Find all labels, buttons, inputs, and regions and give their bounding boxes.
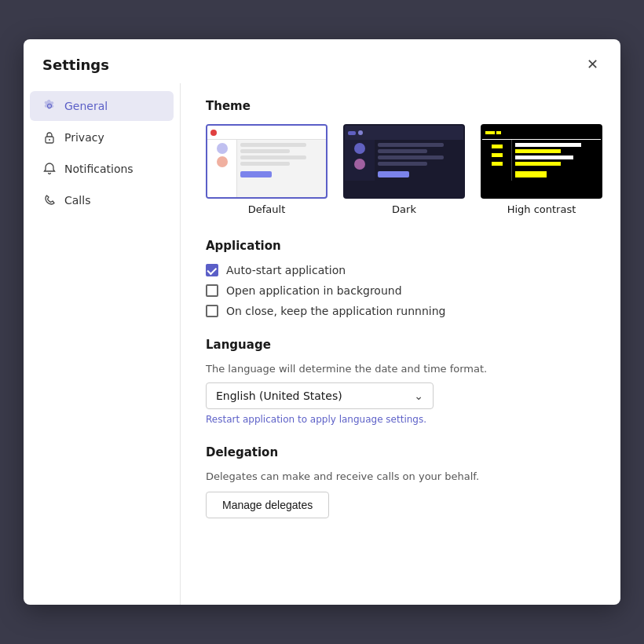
chevron-down-icon: ⌄ (414, 390, 423, 402)
main-content: Theme (181, 83, 620, 605)
dialog-header: Settings ✕ (24, 39, 620, 83)
checkbox-auto-start[interactable]: Auto-start application (206, 264, 595, 276)
theme-options: Default (206, 124, 595, 215)
delegation-section-title: Delegation (206, 445, 595, 459)
theme-label-dark: Dark (392, 203, 416, 215)
application-section: Application Auto-start application Open … (206, 239, 595, 317)
sidebar: General Privacy (24, 83, 181, 605)
dialog-title: Settings (42, 57, 109, 73)
language-restart-note: Restart application to apply language se… (206, 414, 595, 425)
theme-card-hc[interactable]: High contrast (481, 124, 602, 215)
sidebar-item-privacy[interactable]: Privacy (30, 123, 174, 152)
lock-icon (42, 130, 57, 145)
language-section: Language The language will determine the… (206, 338, 595, 425)
theme-label-default: Default (248, 203, 286, 215)
checkbox-keep-running-label: On close, keep the application runnning (226, 305, 445, 317)
checkbox-open-background-box[interactable] (206, 284, 218, 297)
language-selected-value: English (United States) (216, 390, 342, 402)
sidebar-item-calls[interactable]: Calls (30, 185, 174, 215)
checkbox-auto-start-label: Auto-start application (226, 264, 346, 276)
sidebar-item-notifications[interactable]: Notifications (30, 154, 174, 184)
theme-card-dark[interactable]: Dark (343, 124, 465, 215)
sidebar-label-general: General (64, 100, 108, 112)
manage-delegates-button[interactable]: Manage delegates (206, 492, 329, 518)
settings-dialog: Settings ✕ General (24, 39, 620, 605)
sidebar-item-general[interactable]: General (30, 91, 174, 121)
checkbox-auto-start-box[interactable] (206, 264, 218, 276)
checkbox-open-background-label: Open application in background (226, 284, 402, 297)
checkbox-keep-running[interactable]: On close, keep the application runnning (206, 305, 595, 317)
language-section-title: Language (206, 338, 595, 352)
theme-label-hc: High contrast (507, 203, 576, 215)
theme-section-title: Theme (206, 99, 595, 113)
checkbox-open-background[interactable]: Open application in background (206, 284, 595, 297)
delegation-description: Delegates can make and receive calls on … (206, 470, 595, 482)
sidebar-label-notifications: Notifications (64, 163, 134, 175)
bell-icon (42, 162, 57, 176)
dialog-body: General Privacy (24, 83, 620, 605)
close-button[interactable]: ✕ (580, 52, 605, 77)
sidebar-label-privacy: Privacy (64, 131, 104, 144)
gear-icon (42, 99, 57, 113)
theme-section: Theme (206, 99, 595, 215)
theme-preview-default (206, 124, 327, 199)
theme-card-default[interactable]: Default (206, 124, 327, 215)
delegation-section: Delegation Delegates can make and receiv… (206, 445, 595, 518)
svg-point-1 (49, 139, 50, 141)
language-select[interactable]: English (United States) ⌄ (206, 382, 434, 409)
theme-preview-dark (343, 124, 465, 199)
checkbox-keep-running-box[interactable] (206, 305, 218, 317)
language-description: The language will determine the date and… (206, 363, 595, 375)
application-section-title: Application (206, 239, 595, 253)
sidebar-label-calls: Calls (64, 194, 90, 207)
phone-icon (42, 193, 57, 207)
theme-preview-hc (481, 124, 602, 199)
